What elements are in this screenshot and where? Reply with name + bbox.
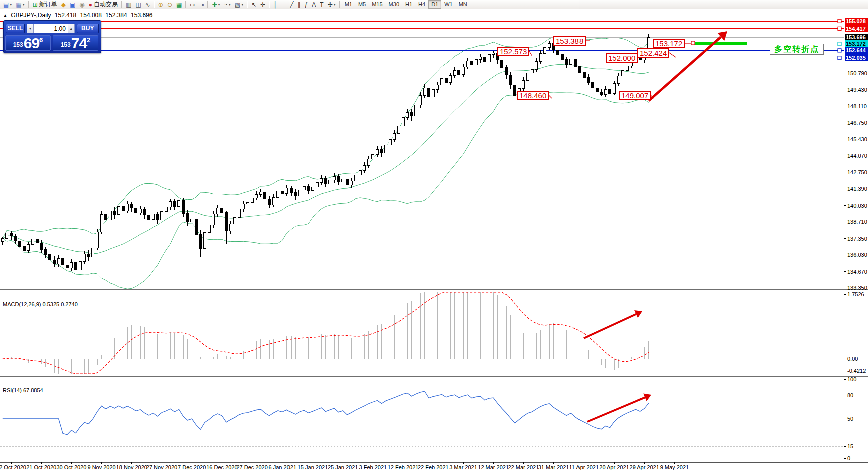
buy-price-display[interactable]: 153 74 2 [53, 35, 98, 51]
fibonacci-icon: ƒ [305, 1, 308, 9]
analysis-note-box[interactable]: 多空转折点 [770, 44, 824, 55]
ohlc-open: 152.418 [55, 12, 76, 19]
auto-scroll-button[interactable]: ↦ [188, 0, 197, 9]
metaeditor-button[interactable]: ◆ [59, 0, 68, 9]
vertical-line-icon: │ [273, 1, 277, 9]
autotrading-icon: ● [89, 1, 92, 9]
bar-chart-button[interactable]: ▥ [124, 0, 133, 9]
toolbar-separator [339, 1, 340, 8]
zoom-out-button[interactable]: ⊖ [165, 0, 174, 9]
dropdown-caret-icon: ▾ [10, 2, 12, 7]
trendline-icon: ╱ [290, 1, 293, 9]
signals-button[interactable]: ◉ [77, 0, 86, 9]
cursor-icon: ↖ [251, 1, 256, 9]
periods-icon: ◔ [224, 1, 228, 9]
cursor-button[interactable]: ↖ [249, 0, 258, 9]
buy-price-small: 153 [61, 41, 71, 48]
profiles-button[interactable]: ▦▾ [14, 0, 26, 9]
periods-button[interactable]: ◔▾ [222, 0, 233, 9]
collapse-panel-icon[interactable]: ▲ [3, 13, 7, 18]
auto-scroll-icon: ↦ [190, 1, 195, 9]
trend-arrow [584, 310, 642, 338]
timeframe-m1-button[interactable]: M1 [342, 0, 355, 9]
crosshair-button[interactable]: ✛ [258, 0, 267, 9]
timeframe-w1-button[interactable]: W1 [441, 0, 456, 9]
text-label-button[interactable]: T [318, 0, 325, 9]
sell-price-display[interactable]: 153 69 6 [5, 35, 51, 51]
profiles-icon: ▦ [16, 1, 21, 9]
zoom-in-button[interactable]: ⊕ [156, 0, 165, 9]
chart-window: ▲ GBPJPY-,Daily 152.418 154.008 152.384 … [0, 10, 868, 470]
main-toolbar: ▤▾▦▾⊞新订单◆▣◉●自动交易▥◫∿⊕⊖▦↦⇥✚▾◔▾▧▾↖✛│─╱∥ƒAT✣… [0, 0, 868, 9]
price-annotation[interactable]: 152.573 [497, 47, 529, 56]
price-annotation[interactable]: 149.007 [619, 91, 651, 100]
dropdown-caret-icon: ▾ [229, 2, 231, 7]
text-button[interactable]: A [310, 0, 318, 9]
indicators-button[interactable]: ✚▾ [210, 0, 222, 9]
timeframe-m30-button[interactable]: M30 [386, 0, 402, 9]
price-annotation[interactable]: 153.172 [653, 39, 685, 48]
sell-price-sup: 6 [39, 36, 43, 44]
equidistant-channel-button[interactable]: ∥ [296, 0, 303, 9]
price-annotation[interactable]: 152.424 [637, 48, 669, 58]
price-annotation[interactable]: 153.388 [553, 36, 586, 46]
timeframe-m5-button[interactable]: M5 [355, 0, 369, 9]
vertical-line-button[interactable]: │ [271, 0, 279, 9]
tile-windows-icon: ▦ [176, 1, 182, 9]
autotrading-button[interactable]: ●自动交易 [87, 0, 120, 9]
zoom-out-icon: ⊖ [167, 1, 172, 9]
symbol-header: ▲ GBPJPY-,Daily 152.418 154.008 152.384 … [3, 12, 154, 19]
candles-layer [1, 34, 650, 273]
timeframe-m15-button[interactable]: M15 [369, 0, 385, 9]
price-annotation[interactable]: 148.460 [517, 91, 549, 100]
chart-canvas[interactable] [0, 10, 868, 470]
macd-indicator-label: MACD(12,26,9) 0.5325 0.2740 [3, 301, 78, 307]
templates-icon: ▧ [235, 1, 240, 9]
timeframe-mn-button[interactable]: MN [456, 0, 470, 9]
sell-price-big: 69 [24, 37, 39, 50]
new-order-label: 新订单 [39, 0, 57, 9]
equidistant-channel-icon: ∥ [298, 1, 301, 9]
volume-increment-button[interactable]: ▲ [68, 24, 75, 33]
new-chart-button[interactable]: ▤▾ [1, 0, 14, 9]
macd-signal-line [3, 292, 649, 374]
toolbar-separator [247, 1, 248, 8]
market-watch-button[interactable]: ▣ [68, 0, 77, 9]
autotrading-label: 自动交易 [94, 0, 118, 9]
volume-input [34, 24, 68, 33]
horizontal-line-button[interactable]: ─ [279, 0, 288, 9]
rsi-line [3, 391, 649, 435]
chart-shift-button[interactable]: ⇥ [197, 0, 206, 9]
line-chart-icon: ∿ [145, 1, 150, 9]
line-chart-button[interactable]: ∿ [143, 0, 152, 9]
candlestick-chart-button[interactable]: ◫ [133, 0, 143, 9]
volume-decrement-button[interactable]: ▼ [27, 24, 34, 33]
tile-windows-button[interactable]: ▦ [174, 0, 184, 9]
rsi-indicator-label: RSI(14) 67.8854 [3, 387, 43, 393]
sell-price-small: 153 [13, 41, 23, 48]
timeframe-h1-button[interactable]: H1 [402, 0, 415, 9]
horizontal-line-icon: ─ [281, 1, 286, 9]
new-chart-icon: ▤ [3, 1, 9, 9]
chart-shift-icon: ⇥ [199, 1, 204, 9]
arrows-button[interactable]: ✣▾ [326, 0, 338, 9]
arrows-icon: ✣ [328, 1, 333, 9]
timeframe-h4-button[interactable]: H4 [415, 0, 428, 9]
ohlc-close: 153.696 [131, 12, 152, 19]
toolbar-separator [207, 1, 208, 8]
market-watch-icon: ▣ [70, 1, 75, 9]
timeframe-d1-button[interactable]: D1 [428, 0, 441, 9]
zoom-in-icon: ⊕ [158, 1, 163, 9]
fibonacci-button[interactable]: ƒ [303, 0, 310, 9]
crosshair-icon: ✛ [260, 1, 265, 9]
templates-button[interactable]: ▧▾ [233, 0, 245, 9]
symbol-title: GBPJPY-,Daily [11, 12, 51, 19]
trendline-button[interactable]: ╱ [287, 0, 295, 9]
buy-button[interactable]: BUY [77, 24, 99, 33]
sell-button[interactable]: SELL [6, 24, 25, 33]
price-annotation[interactable]: 152.000 [606, 53, 638, 63]
toolbar-separator [154, 1, 155, 8]
toolbar-separator [28, 1, 29, 8]
dropdown-caret-icon: ▾ [23, 2, 25, 7]
new-order-button[interactable]: ⊞新订单 [31, 0, 59, 9]
